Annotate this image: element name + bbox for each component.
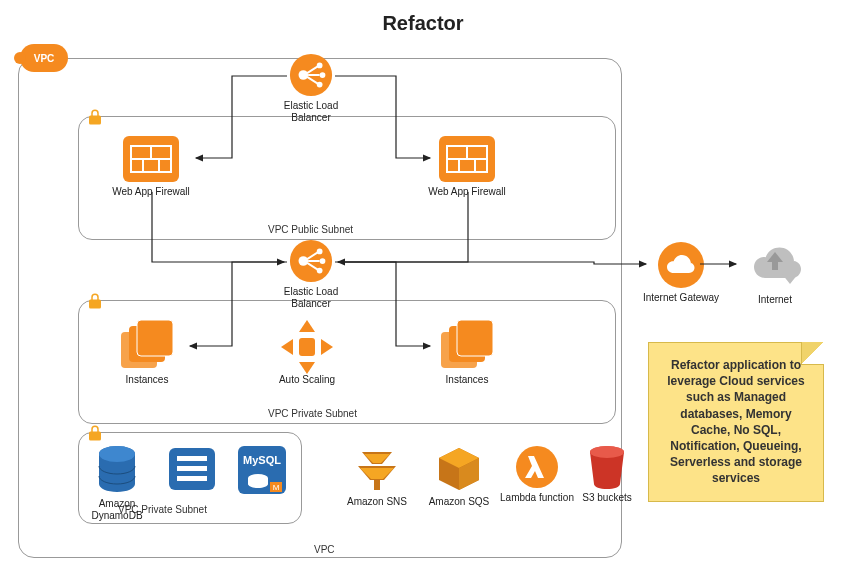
svg-point-34 bbox=[99, 446, 135, 462]
sticky-note: Refactor application to leverage Cloud s… bbox=[648, 342, 824, 502]
lambda: Lambda function bbox=[498, 444, 576, 504]
mysql-icon: MySQLM bbox=[236, 444, 288, 496]
elb-mid-label: Elastic Load Balancer bbox=[272, 286, 350, 309]
mysql: MySQLM bbox=[232, 444, 292, 498]
svg-rect-32 bbox=[457, 320, 493, 356]
public-subnet-label: VPC Public Subnet bbox=[268, 224, 353, 235]
cache-icon bbox=[167, 444, 217, 494]
autoscaling-label: Auto Scaling bbox=[268, 374, 346, 386]
sns: Amazon SNS bbox=[338, 444, 416, 508]
instances-right-label: Instances bbox=[428, 374, 506, 386]
lambda-icon bbox=[514, 444, 560, 490]
vpc-footer-label: VPC bbox=[314, 544, 335, 555]
sns-icon bbox=[352, 444, 402, 494]
internet: Internet bbox=[730, 236, 820, 306]
internet-label: Internet bbox=[730, 294, 820, 306]
dynamodb: Amazon DynamoDB bbox=[82, 444, 152, 521]
svg-rect-37 bbox=[177, 466, 207, 471]
instances-left-label: Instances bbox=[108, 374, 186, 386]
svg-point-54 bbox=[590, 446, 624, 458]
lock-icon bbox=[86, 424, 104, 442]
waf-left-label: Web App Firewall bbox=[112, 186, 190, 198]
sqs-label: Amazon SQS bbox=[420, 496, 498, 508]
svg-text:M: M bbox=[273, 483, 280, 492]
svg-marker-26 bbox=[299, 362, 315, 374]
waf-right: Web App Firewall bbox=[428, 134, 506, 198]
load-balancer-icon bbox=[288, 52, 334, 98]
sns-label: Amazon SNS bbox=[338, 496, 416, 508]
instances-icon bbox=[117, 322, 177, 372]
svg-marker-27 bbox=[281, 339, 293, 355]
lock-icon bbox=[86, 108, 104, 126]
cloud-icon bbox=[740, 236, 810, 292]
bucket-icon bbox=[586, 444, 628, 490]
load-balancer-icon bbox=[288, 238, 334, 284]
svg-marker-25 bbox=[299, 320, 315, 332]
dynamodb-label: Amazon DynamoDB bbox=[82, 498, 152, 521]
autoscaling: Auto Scaling bbox=[268, 322, 346, 386]
dynamodb-icon bbox=[93, 444, 141, 496]
s3: S3 buckets bbox=[568, 444, 646, 504]
svg-text:MySQL: MySQL bbox=[243, 454, 281, 466]
svg-rect-29 bbox=[299, 338, 315, 356]
instances-icon bbox=[437, 322, 497, 372]
sqs: Amazon SQS bbox=[420, 444, 498, 508]
waf-left: Web App Firewall bbox=[112, 134, 190, 198]
vpc-badge: VPC bbox=[20, 44, 68, 72]
svg-rect-36 bbox=[177, 456, 207, 461]
firewall-icon bbox=[437, 134, 497, 184]
elb-mid: Elastic Load Balancer bbox=[272, 238, 350, 309]
private-subnet-label: VPC Private Subnet bbox=[268, 408, 357, 419]
waf-right-label: Web App Firewall bbox=[428, 186, 506, 198]
s3-label: S3 buckets bbox=[568, 492, 646, 504]
autoscaling-icon bbox=[277, 322, 337, 372]
sqs-icon bbox=[435, 444, 483, 494]
internet-gateway: Internet Gateway bbox=[642, 240, 720, 304]
elasticache bbox=[162, 444, 222, 496]
svg-point-20 bbox=[320, 258, 326, 264]
svg-marker-28 bbox=[321, 339, 333, 355]
elb-top: Elastic Load Balancer bbox=[272, 52, 350, 123]
svg-rect-48 bbox=[374, 480, 380, 490]
svg-point-3 bbox=[320, 72, 326, 78]
note-text: Refactor application to leverage Cloud s… bbox=[667, 358, 804, 485]
instances-right: Instances bbox=[428, 322, 506, 386]
lock-icon bbox=[86, 292, 104, 310]
firewall-icon bbox=[121, 134, 181, 184]
svg-point-18 bbox=[299, 256, 309, 266]
page-title: Refactor bbox=[0, 12, 846, 35]
elb-top-label: Elastic Load Balancer bbox=[272, 100, 350, 123]
svg-point-1 bbox=[299, 70, 309, 80]
lambda-label: Lambda function bbox=[498, 492, 576, 504]
svg-rect-24 bbox=[137, 320, 173, 356]
svg-rect-38 bbox=[177, 476, 207, 481]
gateway-icon bbox=[656, 240, 706, 290]
igw-label: Internet Gateway bbox=[642, 292, 720, 304]
instances-left: Instances bbox=[108, 322, 186, 386]
